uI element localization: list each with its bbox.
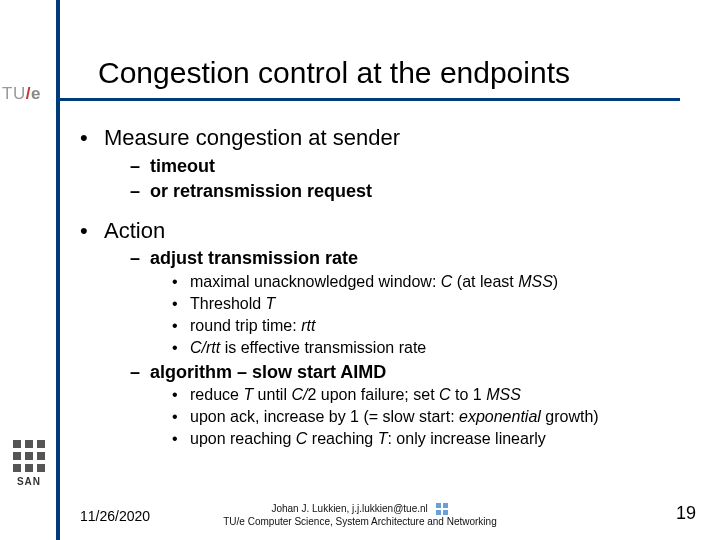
bullet-text: Measure congestion at sender: [104, 125, 400, 150]
t: Threshold: [190, 295, 266, 312]
bullet-measure-congestion: •Measure congestion at sender: [80, 124, 700, 152]
title-rule: [60, 98, 680, 101]
var-c: C: [439, 386, 455, 403]
bullet-dot-icon: •: [80, 124, 104, 152]
subsub-linear: •upon reaching C reaching T: only increa…: [172, 429, 700, 449]
bullet-dot-icon: •: [172, 385, 190, 405]
subbullet-algorithm: –algorithm – slow start AIMD: [130, 361, 700, 384]
var-t: T: [266, 295, 276, 312]
dash-icon: –: [130, 247, 150, 270]
bullet-dot-icon: •: [172, 407, 190, 427]
footer-center: Johan J. Lukkien, j.j.lukkien@tue.nl TU/…: [0, 502, 720, 528]
t: reaching: [307, 430, 377, 447]
dash-icon: –: [130, 180, 150, 203]
subbullet-adjust-rate: –adjust transmission rate: [130, 247, 700, 270]
bullet-text: Action: [104, 218, 165, 243]
logo-san-text: SAN: [6, 476, 52, 487]
bullet-dot-icon: •: [172, 272, 190, 292]
logo-tue: TU/e: [2, 84, 41, 104]
t: is effective transmission rate: [220, 339, 426, 356]
dash-icon: –: [130, 361, 150, 384]
accent-vertical-bar: [56, 0, 60, 540]
subsub-threshold: •Threshold T: [172, 294, 700, 314]
logo-san: SAN: [6, 440, 52, 498]
bullet-dot-icon: •: [172, 429, 190, 449]
t: reduce: [190, 386, 243, 403]
org-icon: [435, 502, 449, 516]
subsub-effective-rate: •C/rtt is effective transmission rate: [172, 338, 700, 358]
var-mss: MSS: [486, 386, 521, 403]
slide-title: Congestion control at the endpoints: [98, 56, 570, 90]
logo-tue-e: e: [31, 84, 41, 103]
subbullet-timeout: –timeout: [130, 155, 700, 178]
bullet-dot-icon: •: [80, 217, 104, 245]
t: maximal unacknowledged window:: [190, 273, 441, 290]
t: round trip time:: [190, 317, 301, 334]
subbullet-text: algorithm – slow start AIMD: [150, 362, 386, 382]
t: to 1: [455, 386, 486, 403]
bullet-dot-icon: •: [172, 294, 190, 314]
grid-icon: [13, 440, 45, 472]
subbullet-text: adjust transmission rate: [150, 248, 358, 268]
t: upon reaching: [190, 430, 296, 447]
footer-author: Johan J. Lukkien, j.j.lukkien@tue.nl: [271, 503, 427, 514]
slide-body: •Measure congestion at sender –timeout –…: [80, 118, 700, 449]
slide: TU/e SAN Congestion control at the endpo…: [0, 0, 720, 540]
var-rtt: rtt: [301, 317, 315, 334]
var-t: T: [243, 386, 253, 403]
var-t: T: [378, 430, 388, 447]
var-mss: MSS: [518, 273, 553, 290]
subsub-upon-ack: •upon ack, increase by 1 (= slow start: …: [172, 407, 700, 427]
logo-tue-prefix: TU: [2, 84, 26, 103]
var-c: C: [296, 430, 308, 447]
subsub-reduce-t: •reduce T until C/2 upon failure; set C …: [172, 385, 700, 405]
bullet-dot-icon: •: [172, 338, 190, 358]
footer-affiliation: TU/e Computer Science, System Architectu…: [223, 516, 496, 527]
t: upon ack, increase by 1 (= slow start:: [190, 408, 459, 425]
t: ): [553, 273, 558, 290]
svg-rect-0: [436, 503, 441, 508]
bullet-dot-icon: •: [172, 316, 190, 336]
t: : only increase linearly: [387, 430, 545, 447]
subbullet-text: or retransmission request: [150, 181, 372, 201]
subbullet-text: timeout: [150, 156, 215, 176]
svg-rect-2: [436, 510, 441, 515]
word-exponential: exponential: [459, 408, 541, 425]
subsub-window: •maximal unacknowledged window: C (at le…: [172, 272, 700, 292]
var-c: C: [441, 273, 453, 290]
subsub-rtt: •round trip time: rtt: [172, 316, 700, 336]
footer-page-number: 19: [676, 503, 696, 524]
subbullet-retransmission: –or retransmission request: [130, 180, 700, 203]
t: growth): [541, 408, 599, 425]
svg-rect-3: [443, 510, 448, 515]
bullet-action: •Action: [80, 217, 700, 245]
t: (at least: [452, 273, 518, 290]
t: 2 upon failure; set: [307, 386, 439, 403]
svg-rect-1: [443, 503, 448, 508]
var-c-over-rtt: C/rtt: [190, 339, 220, 356]
t: until: [253, 386, 291, 403]
dash-icon: –: [130, 155, 150, 178]
var-c-half: C/: [291, 386, 307, 403]
